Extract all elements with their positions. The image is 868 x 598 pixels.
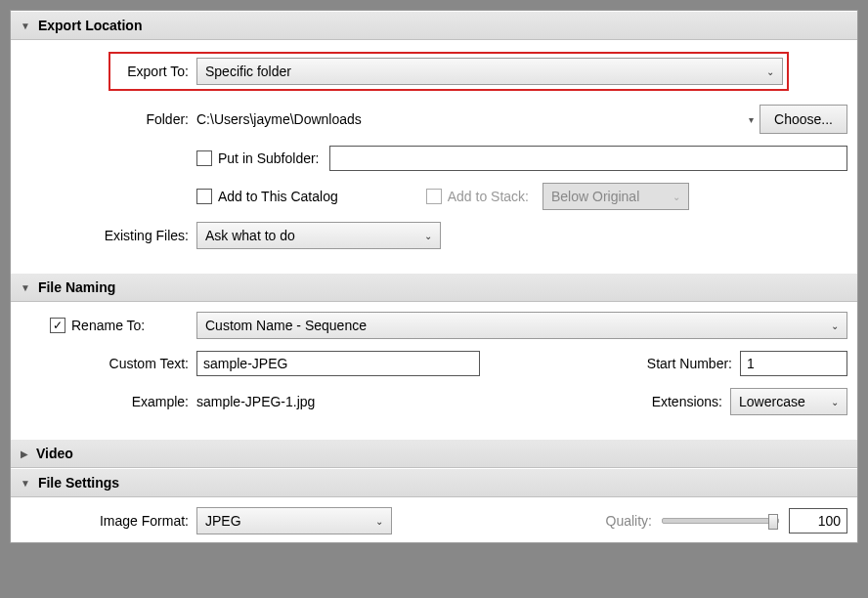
extensions-value: Lowercase bbox=[739, 394, 805, 409]
chevron-down-icon: ⌄ bbox=[424, 231, 432, 241]
custom-text-label: Custom Text: bbox=[11, 356, 196, 371]
checkbox-icon bbox=[196, 150, 212, 166]
disclosure-triangle-icon: ▼ bbox=[21, 478, 30, 489]
existing-files-select[interactable]: Ask what to do ⌄ bbox=[196, 222, 441, 249]
stack-position-value: Below Original bbox=[551, 189, 639, 204]
section-body-export-location: Export To: Specific folder ⌄ Folder: C:\… bbox=[11, 40, 857, 273]
extensions-select[interactable]: Lowercase ⌄ bbox=[730, 388, 847, 415]
checkbox-icon bbox=[426, 189, 442, 204]
example-label: Example: bbox=[11, 394, 196, 409]
chevron-down-icon: ⌄ bbox=[673, 192, 680, 202]
disclosure-triangle-icon: ▼ bbox=[21, 282, 30, 293]
section-body-file-naming: ✓ Rename To: Custom Name - Sequence ⌄ Cu… bbox=[11, 302, 857, 439]
rename-to-checkbox[interactable]: ✓ Rename To: bbox=[50, 318, 196, 333]
export-to-select[interactable]: Specific folder ⌄ bbox=[196, 58, 783, 85]
section-body-file-settings: Image Format: JPEG ⌄ Quality: bbox=[11, 497, 857, 542]
folder-history-caret-icon[interactable]: ▾ bbox=[743, 114, 760, 125]
add-to-stack-label: Add to Stack: bbox=[448, 189, 529, 204]
checkbox-checked-icon: ✓ bbox=[50, 318, 65, 333]
export-to-label: Export To: bbox=[114, 64, 196, 79]
subfolder-input[interactable] bbox=[329, 146, 847, 171]
checkbox-icon bbox=[196, 189, 212, 204]
quality-slider[interactable] bbox=[662, 518, 779, 524]
chevron-down-icon: ⌄ bbox=[831, 397, 839, 407]
add-to-catalog-checkbox[interactable]: Add to This Catalog bbox=[196, 189, 338, 204]
rename-template-value: Custom Name - Sequence bbox=[205, 318, 367, 333]
section-header-export-location[interactable]: ▼ Export Location bbox=[11, 11, 857, 40]
example-value: sample-JPEG-1.jpg bbox=[196, 394, 315, 409]
rename-template-select[interactable]: Custom Name - Sequence ⌄ bbox=[196, 312, 847, 339]
chevron-down-icon: ⌄ bbox=[766, 66, 774, 77]
start-number-input[interactable] bbox=[740, 351, 847, 376]
section-header-file-settings[interactable]: ▼ File Settings bbox=[11, 468, 857, 497]
rename-to-label: Rename To: bbox=[71, 318, 145, 333]
section-title: Video bbox=[36, 446, 73, 461]
add-to-stack-checkbox: Add to Stack: bbox=[426, 189, 529, 204]
custom-text-input[interactable] bbox=[196, 351, 480, 376]
disclosure-triangle-icon: ▼ bbox=[21, 21, 30, 31]
export-to-value: Specific folder bbox=[205, 64, 291, 79]
folder-label: Folder: bbox=[11, 111, 196, 127]
start-number-label: Start Number: bbox=[647, 356, 740, 371]
section-header-video[interactable]: ▶ Video bbox=[11, 439, 857, 468]
image-format-select[interactable]: JPEG ⌄ bbox=[196, 507, 392, 534]
extensions-label: Extensions: bbox=[652, 394, 730, 409]
slider-thumb-icon bbox=[768, 514, 778, 530]
chevron-down-icon: ⌄ bbox=[831, 320, 839, 331]
folder-path: C:\Users\jayme\Downloads bbox=[196, 111, 743, 127]
existing-files-value: Ask what to do bbox=[205, 228, 295, 243]
section-title: File Naming bbox=[38, 279, 115, 295]
choose-folder-button[interactable]: Choose... bbox=[760, 105, 847, 134]
image-format-label: Image Format: bbox=[11, 513, 196, 529]
highlight-export-to: Export To: Specific folder ⌄ bbox=[108, 52, 789, 91]
image-format-value: JPEG bbox=[205, 513, 241, 529]
stack-position-select: Below Original ⌄ bbox=[542, 183, 689, 210]
section-header-file-naming[interactable]: ▼ File Naming bbox=[11, 273, 857, 302]
quality-label: Quality: bbox=[606, 513, 662, 529]
quality-input[interactable] bbox=[789, 508, 847, 534]
section-title: Export Location bbox=[38, 18, 143, 33]
export-dialog: ▼ Export Location Export To: Specific fo… bbox=[10, 10, 858, 543]
section-title: File Settings bbox=[38, 475, 119, 491]
add-to-catalog-label: Add to This Catalog bbox=[218, 189, 338, 204]
existing-files-label: Existing Files: bbox=[11, 228, 196, 243]
put-in-subfolder-checkbox[interactable]: Put in Subfolder: bbox=[196, 150, 320, 166]
put-in-subfolder-label: Put in Subfolder: bbox=[218, 150, 320, 166]
disclosure-triangle-icon: ▶ bbox=[21, 448, 28, 459]
chevron-down-icon: ⌄ bbox=[375, 516, 383, 527]
choose-button-label: Choose... bbox=[774, 111, 833, 127]
